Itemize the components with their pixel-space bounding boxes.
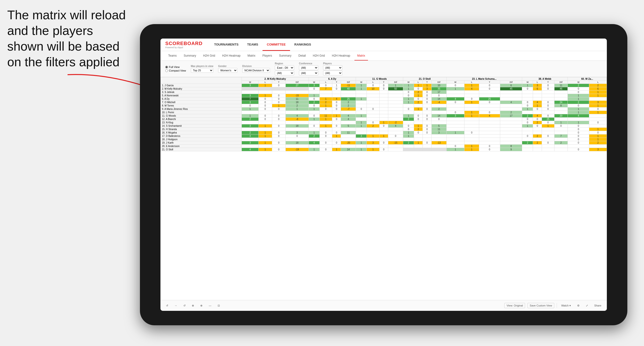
dash-button[interactable]: —: [207, 303, 213, 308]
table-row: 6. A Dy700110142511001440251: [161, 97, 607, 101]
subnav-players[interactable]: Players: [260, 51, 275, 60]
matrix-cell: [446, 94, 464, 97]
matrix-cell: 1: [446, 148, 464, 151]
full-view-radio[interactable]: Full View: [165, 66, 186, 68]
max-players-select[interactable]: Top 25 Top 10 Top 50: [191, 68, 213, 73]
subnav-h2h-heatmap1[interactable]: H2H Heatmap: [219, 51, 244, 60]
nav-rankings[interactable]: RANKINGS: [290, 38, 315, 51]
row-player-name[interactable]: 13. N Klug: [161, 121, 242, 124]
matrix-cell: 1: [589, 138, 607, 141]
nav-tournaments[interactable]: TOURNAMENTS: [210, 38, 243, 51]
conference-select[interactable]: (All): [299, 65, 318, 70]
matrix-cell: 0: [479, 111, 500, 114]
watch-button[interactable]: Watch ▾: [559, 303, 573, 308]
sub-dif3: Dif: [388, 81, 403, 84]
region-sub-select[interactable]: (All): [275, 71, 294, 75]
matrix-cell: [379, 114, 388, 118]
zoom-out-button[interactable]: ⊕: [198, 303, 204, 308]
matrix-cell: 0: [272, 84, 286, 87]
options-button[interactable]: ⚙: [575, 303, 582, 308]
matrix-cell: 1: [403, 131, 414, 135]
matrix-cell: [542, 128, 554, 131]
matrix-cell: 40: [341, 87, 356, 91]
matrix-cell: [589, 124, 607, 128]
matrix-cell: 0: [423, 101, 432, 104]
subnav-matrix1[interactable]: Matrix: [245, 51, 258, 60]
gender-select[interactable]: Women's Men's: [218, 68, 238, 73]
zoom-in-button[interactable]: ⊕: [190, 303, 196, 308]
matrix-cell: [568, 145, 589, 148]
sub-l3: L: [367, 81, 379, 84]
matrix-cell: [500, 131, 522, 135]
matrix-cell: 1: [403, 101, 414, 104]
matrix-cell: -2: [388, 121, 403, 124]
matrix-cell: 1: [423, 84, 432, 87]
undo-button[interactable]: ↺: [164, 303, 170, 308]
subnav-teams[interactable]: Teams: [165, 51, 180, 60]
row-player-name[interactable]: 15. H Stranda: [161, 128, 242, 131]
subnav-h2h-grid1[interactable]: H2H Grid: [200, 51, 218, 60]
matrix-cell: 1: [414, 124, 422, 128]
row-player-name[interactable]: 12. A Bianchi: [161, 118, 242, 121]
matrix-cell: 0: [533, 107, 542, 111]
row-player-name[interactable]: 3. S Jelinek: [161, 91, 242, 94]
division-select[interactable]: NCAA Division II NCAA Division I NCAA Di…: [242, 68, 270, 73]
row-player-name[interactable]: 8. M Torres: [161, 104, 242, 107]
row-player-name[interactable]: 9. A Maria Jimenez Rios: [161, 107, 242, 111]
view-original-button[interactable]: View: Original: [504, 303, 525, 308]
save-custom-button[interactable]: Save Custom View: [528, 303, 554, 308]
row-player-name[interactable]: 11. G Woods: [161, 114, 242, 118]
row-player-name[interactable]: 6. A Dy: [161, 97, 242, 101]
subnav-h2h-heatmap2[interactable]: H2H Heatmap: [329, 51, 353, 60]
redo-button[interactable]: →: [172, 303, 179, 308]
players-sub-select[interactable]: (All): [323, 71, 342, 75]
region-select[interactable]: East - DII (All): [275, 65, 294, 70]
row-player-name[interactable]: 5. A Nomrowski: [161, 94, 242, 97]
reset-button[interactable]: ↺: [182, 303, 188, 308]
subnav-summary1[interactable]: Summary: [181, 51, 199, 60]
matrix-cell: [388, 91, 403, 94]
matrix-cell: 1: [446, 87, 464, 91]
matrix-cell: [242, 91, 258, 94]
matrix-cell: 1: [332, 114, 341, 118]
subnav-matrix2[interactable]: Matrix: [354, 51, 368, 60]
matrix-cell: 8: [554, 104, 568, 107]
matrix-cell: 0: [272, 101, 286, 104]
row-player-name[interactable]: 20. E Andersson: [161, 145, 242, 148]
compact-view-radio[interactable]: Compact View: [165, 69, 186, 72]
matrix-cell: [367, 101, 379, 104]
subnav-summary2[interactable]: Summary: [276, 51, 294, 60]
matrix-cell: [522, 111, 533, 114]
row-player-name[interactable]: 21. O Stoll: [161, 148, 242, 151]
col-header-woods: 11. G Woods: [356, 77, 403, 81]
subnav-detail[interactable]: Detail: [296, 51, 309, 60]
nav-teams[interactable]: TEAMS: [243, 38, 262, 51]
row-player-name[interactable]: 2. M Kelly Mulcahy: [161, 87, 242, 91]
players-select[interactable]: (All): [323, 65, 342, 70]
row-player-name[interactable]: 10. L Perini: [161, 111, 242, 114]
grid-button[interactable]: ⊡: [216, 303, 222, 308]
matrix-cell: [479, 94, 500, 97]
subnav-h2h-grid2[interactable]: H2H Grid: [310, 51, 328, 60]
matrix-cell: 2: [286, 104, 308, 107]
matrix-cell: 1: [568, 107, 589, 111]
matrix-container[interactable]: 2. M Kelly Mulcahy 6. A Dy 11. G Woods 2…: [160, 77, 607, 300]
row-player-name[interactable]: 7. O Mitchell: [161, 101, 242, 104]
matrix-cell: [367, 138, 379, 141]
row-player-name[interactable]: 18. J Hodgson: [161, 138, 242, 141]
fullscreen-button[interactable]: ⤢: [584, 303, 590, 308]
row-player-name[interactable]: 19. J Karth: [161, 141, 242, 145]
row-player-name[interactable]: 17. D Ballesteros: [161, 135, 242, 138]
conference-sub-select[interactable]: (All): [299, 71, 318, 75]
top-navigation: SCOREBOARD Powered by clippd TOURNAMENTS…: [160, 38, 607, 51]
matrix-cell: 1: [522, 124, 533, 128]
matrix-cell: [423, 138, 432, 141]
matrix-cell: 2: [367, 124, 379, 128]
row-player-name[interactable]: 16. X Mcgaha: [161, 131, 242, 135]
matrix-cell: [356, 104, 367, 107]
matrix-cell: [272, 111, 286, 114]
share-button[interactable]: Share: [592, 303, 603, 308]
row-player-name[interactable]: 14. S Srichantamit: [161, 124, 242, 128]
row-player-name[interactable]: 1. J Garcia: [161, 84, 242, 87]
nav-committee[interactable]: COMMITTEE: [262, 38, 290, 51]
